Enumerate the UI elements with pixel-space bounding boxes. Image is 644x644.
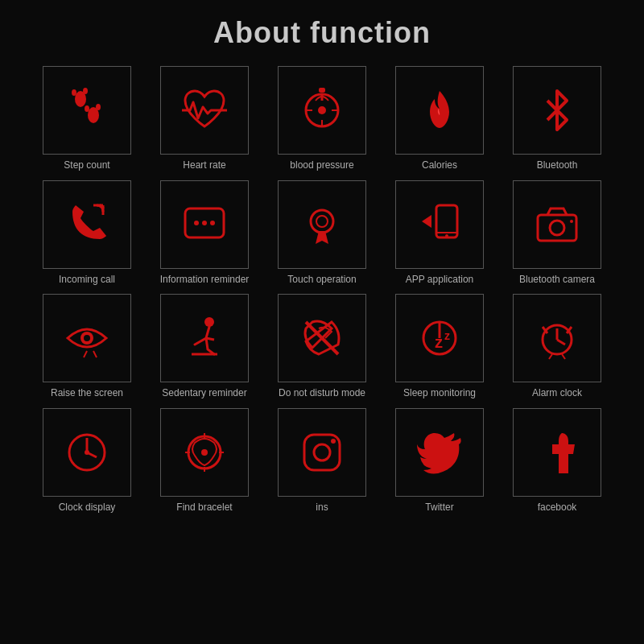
function-grid: Step count Heart rate blood pressure Cal… [32,66,612,514]
icon-box-footprint [43,66,131,155]
svg-line-38 [557,340,565,345]
svg-point-55 [331,439,336,444]
function-label-instagram: ins [316,502,328,514]
function-cell-sleep: z z Sleep monitoring [385,294,494,400]
function-cell-camera: Bluetooth camera [502,180,612,287]
function-label-blood-pressure: blood pressure [290,159,353,172]
svg-point-3 [83,88,88,94]
svg-line-27 [84,351,87,357]
svg-line-41 [549,354,552,359]
function-cell-donotdisturb: Do not disturb mode [267,294,377,400]
function-cell-alarm: Alarm clock [502,294,612,400]
function-cell-find: Find bracelet [150,408,259,514]
function-label-find: Find bracelet [176,502,232,514]
function-label-sleep: Sleep monitoring [403,387,476,400]
icon-box-message [160,180,249,269]
function-label-clock: Clock display [59,502,116,514]
function-cell-facebook: facebook [502,408,612,514]
svg-point-14 [194,221,199,225]
function-label-camera: Bluetooth camera [519,274,595,287]
svg-point-5 [96,104,101,110]
svg-point-4 [85,105,89,112]
function-cell-app: APP application [385,180,494,287]
svg-point-2 [72,89,76,96]
function-label-touch: Touch operation [287,274,356,287]
svg-point-15 [202,221,207,225]
function-cell-bluetooth: Bluetooth [502,66,612,172]
function-cell-blood-pressure: blood pressure [267,66,377,172]
icon-box-find [160,408,249,497]
function-cell-footprint: Step count [32,66,142,172]
function-cell-touch: Touch operation [267,180,377,287]
function-label-donotdisturb: Do not disturb mode [279,387,365,400]
icon-box-app [395,180,484,269]
icon-box-blood-pressure [278,66,366,155]
svg-text:z: z [444,329,450,342]
svg-line-42 [562,354,565,359]
icon-box-heart-rate [160,66,249,155]
icon-box-clock [43,408,131,497]
function-label-sedentary: Sedentary reminder [162,387,246,400]
function-label-app: APP application [406,274,474,287]
svg-point-26 [84,335,90,341]
function-cell-eye: Raise the screen [32,294,142,400]
svg-point-29 [204,317,214,327]
svg-rect-9 [319,88,325,93]
svg-point-23 [550,221,564,235]
svg-point-46 [85,450,89,455]
icon-box-alarm [513,294,601,382]
svg-point-21 [445,234,448,237]
svg-point-16 [210,221,215,225]
svg-point-18 [316,216,328,227]
function-label-alarm: Alarm clock [532,387,582,400]
icon-box-phone [43,180,131,269]
svg-point-24 [570,220,573,223]
page-title: About function [213,16,431,50]
icon-box-instagram [278,408,366,497]
icon-box-bluetooth [513,66,601,155]
function-cell-flame: Calories [385,66,494,172]
function-label-eye: Raise the screen [51,387,123,400]
function-label-heart-rate: Heart rate [183,159,225,172]
icon-box-twitter [395,408,484,497]
function-label-footprint: Step count [64,159,109,172]
svg-point-48 [201,449,208,456]
function-label-phone: Incoming call [59,274,115,287]
svg-point-17 [311,210,333,233]
icon-box-eye [43,294,131,382]
icon-box-donotdisturb [278,294,366,382]
svg-text:z: z [435,333,443,351]
svg-point-54 [314,444,330,460]
function-label-flame: Calories [422,159,457,172]
page: About function Step count Heart rate blo… [0,0,644,644]
icon-box-facebook [513,408,601,497]
svg-rect-22 [538,215,576,241]
function-label-facebook: facebook [538,502,577,514]
function-cell-message: Information reminder [150,180,259,287]
function-label-bluetooth: Bluetooth [537,159,578,172]
function-label-message: Information reminder [160,274,250,287]
icon-box-sedentary [160,294,249,382]
icon-box-camera [513,180,601,269]
svg-point-7 [318,106,326,114]
icon-box-sleep: z z [395,294,484,382]
icon-box-flame [395,66,484,155]
icon-box-touch [278,180,366,269]
function-cell-phone: Incoming call [32,180,142,287]
function-cell-instagram: ins [267,408,377,514]
function-label-twitter: Twitter [425,502,453,514]
function-cell-heart-rate: Heart rate [150,66,259,172]
function-cell-twitter: Twitter [385,408,494,514]
svg-line-28 [93,351,97,357]
function-cell-sedentary: Sedentary reminder [150,294,259,400]
function-cell-clock: Clock display [32,408,142,514]
